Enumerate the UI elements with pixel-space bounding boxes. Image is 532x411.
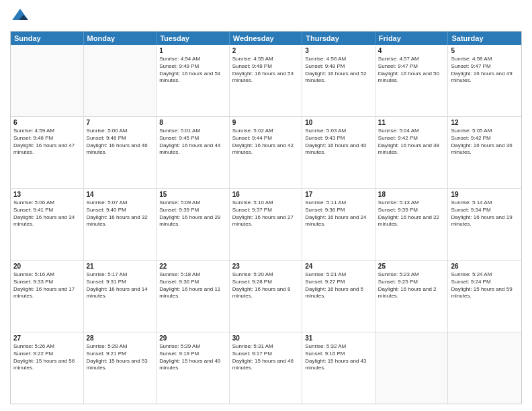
logo-icon — [10, 7, 30, 27]
calendar-cell: 8Sunrise: 5:01 AM Sunset: 9:45 PM Daylig… — [157, 117, 230, 188]
cell-info: Sunrise: 5:09 AM Sunset: 9:39 PM Dayligh… — [159, 199, 226, 228]
calendar-cell: 15Sunrise: 5:09 AM Sunset: 9:39 PM Dayli… — [157, 189, 230, 260]
cell-info: Sunrise: 5:18 AM Sunset: 9:30 PM Dayligh… — [159, 271, 226, 300]
cell-info: Sunrise: 4:55 AM Sunset: 9:48 PM Dayligh… — [232, 56, 300, 85]
day-number: 20 — [13, 263, 81, 270]
calendar-cell: 6Sunrise: 4:59 AM Sunset: 9:46 PM Daylig… — [11, 117, 84, 188]
cell-info: Sunrise: 5:21 AM Sunset: 9:27 PM Dayligh… — [305, 271, 372, 300]
day-number: 9 — [232, 119, 300, 126]
day-number: 29 — [159, 334, 226, 342]
calendar-cell: 30Sunrise: 5:31 AM Sunset: 9:17 PM Dayli… — [230, 332, 303, 404]
cell-info: Sunrise: 5:26 AM Sunset: 9:22 PM Dayligh… — [13, 343, 81, 372]
calendar-cell: 28Sunrise: 5:28 AM Sunset: 9:21 PM Dayli… — [84, 332, 157, 404]
calendar-cell: 26Sunrise: 5:24 AM Sunset: 9:24 PM Dayli… — [448, 261, 521, 332]
cell-info: Sunrise: 4:56 AM Sunset: 9:48 PM Dayligh… — [305, 56, 372, 85]
cell-info: Sunrise: 5:10 AM Sunset: 9:37 PM Dayligh… — [232, 199, 300, 228]
calendar-cell: 10Sunrise: 5:03 AM Sunset: 9:43 PM Dayli… — [302, 117, 375, 188]
day-number: 6 — [13, 119, 81, 126]
cell-info: Sunrise: 4:59 AM Sunset: 9:46 PM Dayligh… — [13, 128, 81, 156]
weekday-header: Tuesday — [157, 32, 230, 45]
calendar-cell: 5Sunrise: 4:58 AM Sunset: 9:47 PM Daylig… — [448, 45, 521, 116]
day-number: 31 — [305, 334, 372, 342]
weekday-header: Wednesday — [230, 32, 303, 45]
cell-info: Sunrise: 5:03 AM Sunset: 9:43 PM Dayligh… — [305, 128, 372, 156]
calendar-body: 1Sunrise: 4:54 AM Sunset: 9:49 PM Daylig… — [11, 45, 521, 404]
calendar-cell: 20Sunrise: 5:16 AM Sunset: 9:33 PM Dayli… — [11, 261, 84, 332]
calendar-cell: 1Sunrise: 4:54 AM Sunset: 9:49 PM Daylig… — [157, 45, 230, 116]
calendar-cell: 4Sunrise: 4:57 AM Sunset: 9:47 PM Daylig… — [375, 45, 449, 116]
page: SundayMondayTuesdayWednesdayThursdayFrid… — [0, 0, 532, 411]
calendar-cell: 12Sunrise: 5:05 AM Sunset: 9:42 PM Dayli… — [448, 117, 521, 188]
calendar: SundayMondayTuesdayWednesdayThursdayFrid… — [10, 31, 522, 404]
calendar-cell: 24Sunrise: 5:21 AM Sunset: 9:27 PM Dayli… — [302, 261, 375, 332]
cell-info: Sunrise: 5:00 AM Sunset: 9:46 PM Dayligh… — [87, 128, 154, 156]
cell-info: Sunrise: 5:16 AM Sunset: 9:33 PM Dayligh… — [13, 271, 81, 300]
weekday-header: Monday — [84, 32, 157, 45]
cell-info: Sunrise: 5:28 AM Sunset: 9:21 PM Dayligh… — [87, 343, 154, 372]
day-number: 8 — [159, 119, 226, 126]
day-number: 10 — [305, 119, 372, 126]
cell-info: Sunrise: 5:11 AM Sunset: 9:36 PM Dayligh… — [305, 199, 372, 228]
cell-info: Sunrise: 5:06 AM Sunset: 9:41 PM Dayligh… — [13, 199, 81, 228]
cell-info: Sunrise: 5:29 AM Sunset: 9:19 PM Dayligh… — [159, 343, 226, 372]
calendar-cell: 2Sunrise: 4:55 AM Sunset: 9:48 PM Daylig… — [230, 45, 303, 116]
cell-info: Sunrise: 5:13 AM Sunset: 9:35 PM Dayligh… — [378, 199, 445, 228]
cell-info: Sunrise: 5:01 AM Sunset: 9:45 PM Dayligh… — [159, 128, 226, 156]
day-number: 22 — [159, 263, 226, 270]
header — [10, 7, 522, 27]
day-number: 26 — [451, 263, 519, 270]
calendar-cell: 22Sunrise: 5:18 AM Sunset: 9:30 PM Dayli… — [157, 261, 230, 332]
weekday-header: Thursday — [302, 32, 375, 45]
calendar-cell: 25Sunrise: 5:23 AM Sunset: 9:25 PM Dayli… — [375, 261, 449, 332]
cell-info: Sunrise: 5:24 AM Sunset: 9:24 PM Dayligh… — [451, 271, 519, 300]
day-number: 3 — [305, 47, 372, 54]
calendar-cell — [84, 45, 157, 116]
calendar-cell: 31Sunrise: 5:32 AM Sunset: 9:16 PM Dayli… — [302, 332, 375, 404]
cell-info: Sunrise: 5:07 AM Sunset: 9:40 PM Dayligh… — [87, 199, 154, 228]
calendar-cell: 13Sunrise: 5:06 AM Sunset: 9:41 PM Dayli… — [11, 189, 84, 260]
cell-info: Sunrise: 4:58 AM Sunset: 9:47 PM Dayligh… — [451, 56, 519, 85]
day-number: 16 — [232, 191, 300, 198]
calendar-cell: 21Sunrise: 5:17 AM Sunset: 9:31 PM Dayli… — [84, 261, 157, 332]
calendar-cell: 14Sunrise: 5:07 AM Sunset: 9:40 PM Dayli… — [84, 189, 157, 260]
calendar-cell: 11Sunrise: 5:04 AM Sunset: 9:42 PM Dayli… — [375, 117, 449, 188]
calendar-cell: 27Sunrise: 5:26 AM Sunset: 9:22 PM Dayli… — [11, 332, 84, 404]
cell-info: Sunrise: 5:31 AM Sunset: 9:17 PM Dayligh… — [232, 343, 300, 372]
day-number: 4 — [378, 47, 445, 54]
day-number: 5 — [451, 47, 519, 54]
day-number: 25 — [378, 263, 445, 270]
calendar-header: SundayMondayTuesdayWednesdayThursdayFrid… — [11, 32, 521, 45]
calendar-cell: 9Sunrise: 5:02 AM Sunset: 9:44 PM Daylig… — [230, 117, 303, 188]
cell-info: Sunrise: 5:04 AM Sunset: 9:42 PM Dayligh… — [378, 128, 445, 156]
day-number: 18 — [378, 191, 445, 198]
day-number: 24 — [305, 263, 372, 270]
calendar-row: 20Sunrise: 5:16 AM Sunset: 9:33 PM Dayli… — [11, 261, 521, 332]
cell-info: Sunrise: 5:20 AM Sunset: 9:28 PM Dayligh… — [232, 271, 300, 300]
day-number: 7 — [87, 119, 154, 126]
cell-info: Sunrise: 5:05 AM Sunset: 9:42 PM Dayligh… — [451, 128, 519, 156]
calendar-cell: 23Sunrise: 5:20 AM Sunset: 9:28 PM Dayli… — [230, 261, 303, 332]
day-number: 21 — [87, 263, 154, 270]
logo — [10, 7, 33, 27]
calendar-cell — [375, 332, 449, 404]
calendar-cell: 29Sunrise: 5:29 AM Sunset: 9:19 PM Dayli… — [157, 332, 230, 404]
cell-info: Sunrise: 5:02 AM Sunset: 9:44 PM Dayligh… — [232, 128, 300, 156]
calendar-row: 13Sunrise: 5:06 AM Sunset: 9:41 PM Dayli… — [11, 189, 521, 261]
cell-info: Sunrise: 5:17 AM Sunset: 9:31 PM Dayligh… — [87, 271, 154, 300]
weekday-header: Sunday — [11, 32, 84, 45]
calendar-row: 1Sunrise: 4:54 AM Sunset: 9:49 PM Daylig… — [11, 45, 521, 117]
calendar-cell: 18Sunrise: 5:13 AM Sunset: 9:35 PM Dayli… — [375, 189, 449, 260]
weekday-header: Saturday — [448, 32, 521, 45]
cell-info: Sunrise: 5:32 AM Sunset: 9:16 PM Dayligh… — [305, 343, 372, 372]
day-number: 13 — [13, 191, 81, 198]
calendar-row: 6Sunrise: 4:59 AM Sunset: 9:46 PM Daylig… — [11, 117, 521, 189]
day-number: 2 — [232, 47, 300, 54]
calendar-cell — [448, 332, 521, 404]
calendar-cell: 16Sunrise: 5:10 AM Sunset: 9:37 PM Dayli… — [230, 189, 303, 260]
cell-info: Sunrise: 4:54 AM Sunset: 9:49 PM Dayligh… — [159, 56, 226, 85]
day-number: 11 — [378, 119, 445, 126]
calendar-cell: 3Sunrise: 4:56 AM Sunset: 9:48 PM Daylig… — [302, 45, 375, 116]
day-number: 17 — [305, 191, 372, 198]
day-number: 27 — [13, 334, 81, 342]
day-number: 19 — [451, 191, 519, 198]
